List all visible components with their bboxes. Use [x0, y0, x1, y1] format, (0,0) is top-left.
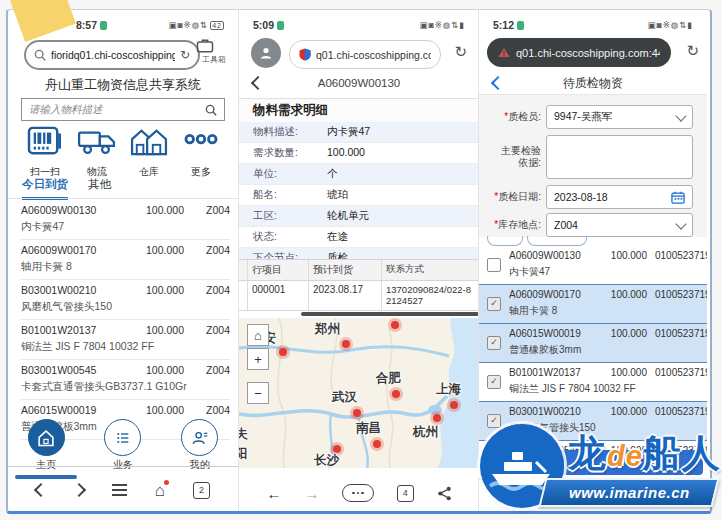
row-line1: A06009W00130100.0000100523719-10 [509, 250, 707, 261]
table-cell: 13702090824/022-82124527 [382, 281, 479, 310]
detail-label: 船名: [253, 188, 327, 202]
date-label: *质检日期: [479, 191, 541, 204]
item-code: B03001W00545 [21, 364, 126, 376]
search-icon [34, 49, 46, 61]
toolbox-label: 工具箱 [196, 54, 232, 65]
browser-tabs-button[interactable]: 2 [193, 482, 210, 499]
item-code: A06015W00019 [509, 328, 597, 339]
address-bar[interactable]: fioridq01.chi-coscoshipping.co... ↻ [24, 40, 200, 70]
location-select[interactable]: Z004 [546, 213, 693, 237]
quick-action-scan[interactable]: 扫一扫 [20, 126, 70, 179]
clipped-button[interactable] [527, 236, 587, 246]
location-value: Z004 [554, 219, 578, 231]
map-zoom-out-button[interactable]: − [247, 382, 269, 404]
browser-back-button[interactable]: ← [266, 486, 281, 501]
item-desc: 内卡簧47 [509, 265, 707, 279]
table-row[interactable]: 0000012023.08.1713702090824/022-82124527 [239, 281, 479, 311]
list-item[interactable]: B03001W00545100.000Z004卡套式直通管接头GB3737.1 … [21, 360, 230, 400]
row-checkbox[interactable]: ✓ [487, 375, 501, 389]
quick-action-more[interactable]: 更多 [176, 126, 226, 179]
row-checkbox[interactable]: ✓ [487, 297, 501, 311]
item-qty: 100.000 [126, 204, 184, 216]
home-icon [28, 419, 65, 456]
nav-item-person[interactable]: 我的 [164, 419, 236, 479]
list-item[interactable]: B03001W00210100.000Z004风磨机气管接头150 [21, 280, 230, 320]
detail-value: 内卡簧47 [327, 125, 370, 139]
browser-back-button[interactable] [34, 483, 48, 497]
clipped-button[interactable] [487, 236, 523, 246]
detail-row: 船名:琥珀 [239, 185, 479, 206]
browser-forward-button[interactable]: → [304, 486, 319, 501]
item-qty: 100.000 [126, 244, 184, 256]
list-item[interactable]: B01001W20137100.000Z004铜法兰 JIS F 7804 10… [21, 320, 230, 360]
inspector-select[interactable]: 9947-吴燕军 [546, 105, 693, 129]
shield-icon [299, 48, 311, 61]
list-item[interactable]: A06009W00170100.000Z004轴用卡簧 8 [21, 240, 230, 280]
browser-tabs-button[interactable]: 4 [397, 485, 414, 502]
share-icon[interactable] [437, 486, 452, 501]
notification-dot [164, 480, 169, 485]
horizontal-scrollbar[interactable] [301, 312, 479, 316]
inspection-row[interactable]: ✓A06009W00170100.0000100523719-20轴用卡簧 8 [479, 285, 707, 324]
nav-label: 业务 [87, 458, 159, 472]
inspection-row[interactable]: A06009W00130100.0000100523719-10内卡簧47 [479, 246, 707, 285]
detail-value: 个 [327, 167, 338, 181]
location-label: *库存地点: [479, 219, 541, 232]
item-qty: 100.000 [597, 289, 647, 300]
map-marker [450, 401, 458, 409]
detail-value: 100.000 [327, 146, 365, 160]
list-item[interactable]: A06009W00130100.000Z004内卡簧47 [21, 200, 230, 240]
browser-forward-button[interactable] [72, 483, 86, 497]
quick-action-truck[interactable]: 物流 [72, 126, 122, 179]
toolbox-button[interactable]: 工具箱 [196, 38, 232, 65]
basis-label: 主要检验依据: [479, 145, 541, 170]
site-url: www.imarine.cn [569, 484, 690, 501]
map-city-label: 郑州 [315, 321, 340, 338]
address-bar[interactable]: q01.chi-coscoshipping.com:44300 [487, 38, 671, 67]
browser-menu-button[interactable] [342, 484, 374, 502]
map-zoom-in-button[interactable]: + [247, 348, 269, 370]
map-marker [433, 414, 441, 422]
browser-menu-button[interactable] [112, 481, 127, 499]
logistics-map[interactable]: ⌂ + − 西安郑州合肥上海武汉南昌杭州长沙夫阳 [239, 318, 479, 468]
search-icon [205, 104, 217, 116]
refresh-icon[interactable]: ↻ [686, 43, 699, 58]
nav-item-list[interactable]: 业务 [87, 419, 159, 479]
list-item-line1: B01001W20137100.000Z004 [21, 324, 230, 336]
refresh-icon[interactable]: ↻ [454, 44, 467, 59]
detail-value: 轮机单元 [327, 209, 369, 223]
calendar-icon[interactable] [671, 191, 685, 204]
detail-label: 单位: [253, 167, 327, 181]
status-icons: ▣◙※◍⇅ 42 [168, 20, 224, 30]
item-location: Z004 [184, 324, 230, 336]
inspection-row[interactable]: ✓B01001W20137100.0000100523719-40铜法兰 JIS… [479, 363, 707, 402]
map-city-label: 长沙 [314, 452, 339, 468]
row-checkbox[interactable] [487, 258, 501, 272]
inspector-value: 9947-吴燕军 [554, 110, 612, 124]
row-checkbox[interactable]: ✓ [487, 336, 501, 350]
item-desc: 轴用卡簧 8 [21, 260, 230, 274]
row-line1: A06009W00170100.0000100523719-20 [509, 289, 707, 300]
page-title: A06009W00130 [239, 77, 479, 89]
tab-1[interactable]: 其他 [88, 177, 111, 200]
map-home-button[interactable]: ⌂ [247, 324, 269, 346]
quick-action-label: 仓库 [124, 165, 174, 179]
status-bar: 5:09 ▣◙※◍⇅▮ [239, 18, 479, 32]
browser-avatar-button[interactable] [251, 38, 281, 68]
refresh-icon[interactable]: ↻ [180, 49, 190, 61]
nav-item-home[interactable]: 主页 [10, 419, 82, 479]
search-input[interactable]: 请输入物料描述 [21, 98, 225, 121]
tab-0[interactable]: 今日到货 [22, 177, 68, 200]
browser-home-button[interactable]: ⌂ [155, 482, 165, 499]
item-desc: 内卡簧47 [21, 220, 230, 234]
date-input[interactable]: 2023-08-18 [546, 185, 693, 209]
arrivals-list: A06009W00130100.000Z004内卡簧47A06009W00170… [21, 200, 230, 440]
item-desc: 轴用卡簧 8 [509, 304, 707, 318]
basis-textarea[interactable] [546, 135, 693, 179]
quick-action-warehouse[interactable]: 仓库 [124, 126, 174, 179]
address-bar[interactable]: q01.chi-coscoshipping.com:44300 [289, 40, 441, 69]
inspection-row[interactable]: ✓A06015W00019100.0000100523719-30普通橡胶板3m… [479, 324, 707, 363]
url-text: q01.chi-coscoshipping.com:44300 [516, 47, 660, 59]
checkbox-cell: ✓ [479, 328, 509, 357]
warehouse-icon [129, 126, 169, 160]
